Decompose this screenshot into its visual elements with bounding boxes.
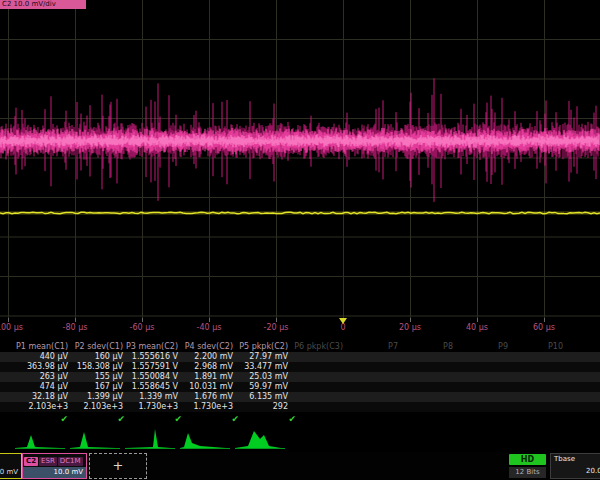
param-header[interactable]: P10: [508, 342, 563, 352]
status-check-icon: ✔: [127, 414, 184, 424]
c1-scale-value: 50.0 mV: [0, 467, 21, 478]
time-axis-label: -60 µs: [119, 323, 165, 332]
axis-tick: [544, 318, 545, 322]
param-header[interactable]: P8: [398, 342, 453, 352]
measure-value: 1.730e+3: [123, 402, 178, 412]
param-header[interactable]: P5 pkpk(C2): [233, 342, 288, 352]
descriptor-bar: DC1M 50.0 mV C2 ESR DC1M 10.0 mV + HD 12…: [0, 452, 600, 480]
measure-value: 160 µV: [68, 352, 123, 362]
status-check-icon: ✔: [13, 414, 70, 424]
resolution-bits-label: 12 Bits: [509, 467, 546, 478]
measure-stat-row: 32.18 µV1.399 µV1.339 mV1.676 mV6.135 mV: [0, 392, 600, 402]
axis-tick: [209, 318, 210, 322]
trigger-position-marker: [339, 318, 347, 324]
channel-c1-descriptor[interactable]: DC1M 50.0 mV: [0, 453, 22, 479]
time-axis-label: 60 µs: [521, 323, 567, 332]
measure-stat-row: 474 µV167 µV1.558645 V10.031 mV59.97 mV: [0, 382, 600, 392]
param-header[interactable]: P1 mean(C1): [13, 342, 68, 352]
timebase-descriptor[interactable]: Tbase 20.0 µs: [550, 453, 600, 479]
histicon-p5: [235, 427, 285, 451]
measure-value: 1.676 mV: [178, 392, 233, 402]
time-axis-label: -40 µs: [186, 323, 232, 332]
measure-value: 158.308 µV: [68, 362, 123, 372]
measure-value: 440 µV: [13, 352, 68, 362]
axis-tick: [75, 318, 76, 322]
axis-tick: [410, 318, 411, 322]
param-header[interactable]: P6 pkpk(C3): [288, 342, 343, 352]
time-axis-label: 0: [320, 323, 366, 332]
c2-name-badge: C2: [24, 457, 38, 466]
param-header[interactable]: P3 mean(C2): [123, 342, 178, 352]
measure-stat-row: 440 µV160 µV1.555616 V2.200 mV27.97 mV: [0, 352, 600, 362]
timebase-axis: -100 µs-80 µs-60 µs-40 µs-20 µs020 µs40 …: [0, 318, 600, 335]
time-axis-label: -20 µs: [253, 323, 299, 332]
time-axis-label: 40 µs: [454, 323, 500, 332]
measure-stat-row: 263 µV155 µV1.550084 V1.891 mV25.03 mV: [0, 372, 600, 382]
measure-value: 1.557591 V: [123, 362, 178, 372]
measure-value: 1.555616 V: [123, 352, 178, 362]
hd-mode-badge[interactable]: HD: [509, 454, 546, 465]
measure-value: 1.550084 V: [123, 372, 178, 382]
param-header[interactable]: P4 sdev(C2): [178, 342, 233, 352]
measure-stat-row: 363.98 µV158.308 µV1.557591 V2.968 mV33.…: [0, 362, 600, 372]
measure-value: 2.200 mV: [178, 352, 233, 362]
waveform-grid-area: C2 10.0 mV/div: [0, 0, 600, 318]
tbase-label: Tbase: [554, 455, 575, 463]
c2-esr-badge: ESR: [39, 457, 57, 466]
param-header[interactable]: P9: [453, 342, 508, 352]
status-check-icon: ✔: [184, 414, 241, 424]
measure-value: 155 µV: [68, 372, 123, 382]
measure-value: 59.97 mV: [233, 382, 288, 392]
param-header[interactable]: P7: [343, 342, 398, 352]
time-axis-label: -80 µs: [52, 323, 98, 332]
time-axis-label: 20 µs: [387, 323, 433, 332]
axis-tick: [276, 318, 277, 322]
measure-value: 363.98 µV: [13, 362, 68, 372]
measure-value: 25.03 mV: [233, 372, 288, 382]
axis-tick: [8, 318, 9, 322]
histicon-p3: [125, 427, 175, 451]
measure-value: 1.891 mV: [178, 372, 233, 382]
add-trace-button[interactable]: +: [89, 453, 147, 479]
measurement-table: P1 mean(C1)P2 sdev(C1)P3 mean(C2)P4 sdev…: [0, 341, 600, 425]
axis-tick: [142, 318, 143, 322]
measure-value: 33.477 mV: [233, 362, 288, 372]
measure-value: 167 µV: [68, 382, 123, 392]
histicon-p1: [15, 427, 65, 451]
time-axis-label: -100 µs: [0, 323, 31, 332]
histicon-strip: [0, 427, 600, 452]
oscilloscope-screen: C2 10.0 mV/div -100 µs-80 µs-60 µs-40 µs…: [0, 0, 600, 480]
channel-c2-descriptor[interactable]: C2 ESR DC1M 10.0 mV: [22, 453, 87, 479]
waveform-plot: [0, 0, 600, 318]
measure-value: 474 µV: [13, 382, 68, 392]
param-header[interactable]: P11: [563, 342, 600, 352]
measure-value: 1.730e+3: [178, 402, 233, 412]
measure-value: 2.103e+3: [68, 402, 123, 412]
c2-coupling-badge: DC1M: [58, 457, 83, 466]
status-check-icon: ✔: [241, 414, 298, 424]
measure-value: 263 µV: [13, 372, 68, 382]
measure-value: 2.103e+3: [13, 402, 68, 412]
measure-value: 2.968 mV: [178, 362, 233, 372]
axis-tick: [477, 318, 478, 322]
histicon-p4: [180, 427, 230, 451]
measure-stat-row: 2.103e+32.103e+31.730e+31.730e+3292: [0, 402, 600, 412]
measure-value: 1.339 mV: [123, 392, 178, 402]
measure-value: 292: [233, 402, 288, 412]
measure-value: 1.558645 V: [123, 382, 178, 392]
histicon-p2: [70, 427, 120, 451]
measure-value: 6.135 mV: [233, 392, 288, 402]
tbase-value: 20.0 µs: [586, 467, 600, 475]
status-check-icon: ✔: [70, 414, 127, 424]
c2-scale-value: 10.0 mV: [23, 467, 86, 478]
measure-value: 10.031 mV: [178, 382, 233, 392]
trace-annotation-badge: C2 10.0 mV/div: [0, 0, 86, 9]
status-row: ✔✔✔✔✔: [0, 412, 600, 425]
param-header-row: P1 mean(C1)P2 sdev(C1)P3 mean(C2)P4 sdev…: [0, 341, 600, 352]
measure-value: 32.18 µV: [13, 392, 68, 402]
measure-value: 27.97 mV: [233, 352, 288, 362]
measure-value: 1.399 µV: [68, 392, 123, 402]
param-header[interactable]: P2 sdev(C1): [68, 342, 123, 352]
